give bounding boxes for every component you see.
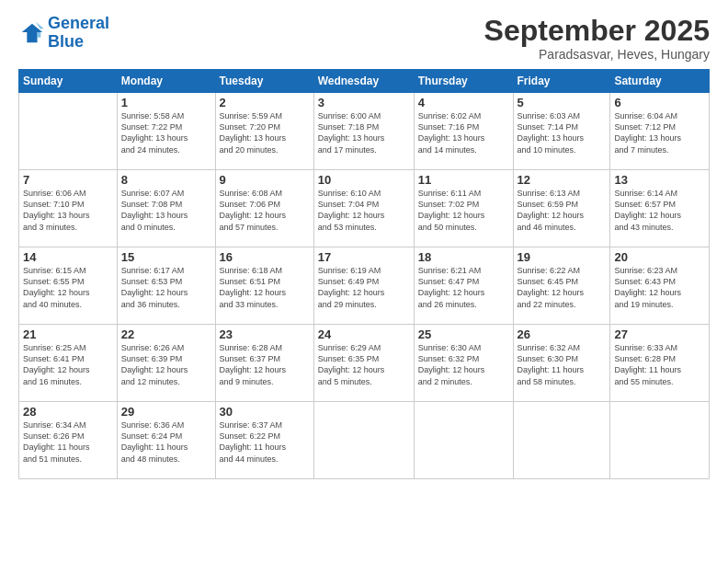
calendar-cell: 30Sunrise: 6:37 AM Sunset: 6:22 PM Dayli… bbox=[215, 402, 313, 479]
calendar-cell: 11Sunrise: 6:11 AM Sunset: 7:02 PM Dayli… bbox=[414, 170, 513, 247]
day-number: 30 bbox=[220, 405, 310, 419]
day-number: 23 bbox=[220, 327, 310, 341]
calendar-cell: 2Sunrise: 5:59 AM Sunset: 7:20 PM Daylig… bbox=[215, 93, 313, 170]
calendar-cell: 14Sunrise: 6:15 AM Sunset: 6:55 PM Dayli… bbox=[19, 247, 118, 325]
calendar-cell: 6Sunrise: 6:04 AM Sunset: 7:12 PM Daylig… bbox=[610, 93, 710, 170]
day-number: 3 bbox=[318, 96, 410, 109]
calendar-cell: 26Sunrise: 6:32 AM Sunset: 6:30 PM Dayli… bbox=[513, 325, 610, 402]
day-info: Sunrise: 6:04 AM Sunset: 7:12 PM Dayligh… bbox=[614, 110, 705, 155]
day-info: Sunrise: 6:06 AM Sunset: 7:10 PM Dayligh… bbox=[23, 188, 113, 233]
day-number: 4 bbox=[418, 96, 509, 109]
day-info: Sunrise: 6:17 AM Sunset: 6:53 PM Dayligh… bbox=[121, 265, 211, 310]
day-number: 26 bbox=[518, 327, 607, 341]
calendar-cell: 13Sunrise: 6:14 AM Sunset: 6:57 PM Dayli… bbox=[610, 170, 710, 247]
day-number: 20 bbox=[614, 250, 705, 264]
calendar-cell: 20Sunrise: 6:23 AM Sunset: 6:43 PM Dayli… bbox=[610, 247, 710, 325]
day-number: 29 bbox=[121, 405, 211, 419]
day-info: Sunrise: 6:02 AM Sunset: 7:16 PM Dayligh… bbox=[418, 110, 509, 155]
day-info: Sunrise: 6:22 AM Sunset: 6:45 PM Dayligh… bbox=[518, 265, 607, 310]
day-info: Sunrise: 5:59 AM Sunset: 7:20 PM Dayligh… bbox=[220, 110, 310, 155]
calendar-header-friday: Friday bbox=[513, 70, 610, 93]
day-number: 10 bbox=[318, 173, 410, 187]
day-info: Sunrise: 6:19 AM Sunset: 6:49 PM Dayligh… bbox=[318, 265, 410, 310]
day-number: 5 bbox=[518, 96, 607, 109]
day-number: 27 bbox=[614, 327, 705, 341]
day-number: 18 bbox=[418, 250, 509, 264]
month-title: September 2025 bbox=[484, 15, 710, 47]
day-number: 14 bbox=[23, 250, 113, 264]
day-info: Sunrise: 6:08 AM Sunset: 7:06 PM Dayligh… bbox=[220, 188, 310, 233]
day-info: Sunrise: 6:14 AM Sunset: 6:57 PM Dayligh… bbox=[614, 188, 705, 233]
calendar-header-saturday: Saturday bbox=[610, 70, 710, 93]
day-number: 16 bbox=[220, 250, 310, 264]
day-number: 25 bbox=[418, 327, 509, 341]
day-info: Sunrise: 6:37 AM Sunset: 6:22 PM Dayligh… bbox=[220, 419, 310, 465]
day-info: Sunrise: 6:15 AM Sunset: 6:55 PM Dayligh… bbox=[23, 265, 113, 310]
day-info: Sunrise: 6:00 AM Sunset: 7:18 PM Dayligh… bbox=[318, 110, 410, 155]
calendar-cell: 16Sunrise: 6:18 AM Sunset: 6:51 PM Dayli… bbox=[215, 247, 313, 325]
calendar-cell: 7Sunrise: 6:06 AM Sunset: 7:10 PM Daylig… bbox=[19, 170, 118, 247]
logo-line2: Blue bbox=[48, 32, 84, 51]
day-number: 7 bbox=[23, 173, 113, 187]
day-number: 1 bbox=[121, 96, 211, 109]
day-number: 6 bbox=[614, 96, 705, 109]
calendar-header-thursday: Thursday bbox=[414, 70, 513, 93]
calendar-cell: 22Sunrise: 6:26 AM Sunset: 6:39 PM Dayli… bbox=[117, 325, 215, 402]
calendar-header-row: SundayMondayTuesdayWednesdayThursdayFrid… bbox=[19, 70, 710, 93]
day-number: 8 bbox=[121, 173, 211, 187]
day-number: 19 bbox=[518, 250, 607, 264]
day-info: Sunrise: 6:28 AM Sunset: 6:37 PM Dayligh… bbox=[220, 342, 310, 387]
day-number: 24 bbox=[318, 327, 410, 341]
header: General Blue September 2025 Paradsasvar,… bbox=[18, 15, 710, 62]
day-info: Sunrise: 6:33 AM Sunset: 6:28 PM Dayligh… bbox=[614, 342, 705, 387]
day-number: 15 bbox=[121, 250, 211, 264]
day-info: Sunrise: 6:32 AM Sunset: 6:30 PM Dayligh… bbox=[518, 342, 607, 387]
day-number: 11 bbox=[418, 173, 509, 187]
day-number: 2 bbox=[220, 96, 310, 109]
day-number: 9 bbox=[220, 173, 310, 187]
day-info: Sunrise: 6:25 AM Sunset: 6:41 PM Dayligh… bbox=[23, 342, 113, 387]
calendar-cell: 9Sunrise: 6:08 AM Sunset: 7:06 PM Daylig… bbox=[215, 170, 313, 247]
calendar-cell bbox=[610, 402, 710, 479]
calendar-cell: 28Sunrise: 6:34 AM Sunset: 6:26 PM Dayli… bbox=[19, 402, 118, 479]
calendar-cell: 5Sunrise: 6:03 AM Sunset: 7:14 PM Daylig… bbox=[513, 93, 610, 170]
calendar-week-1: 1Sunrise: 5:58 AM Sunset: 7:22 PM Daylig… bbox=[19, 93, 710, 170]
day-info: Sunrise: 6:13 AM Sunset: 6:59 PM Dayligh… bbox=[518, 188, 607, 233]
logo: General Blue bbox=[18, 15, 109, 52]
calendar-header-wednesday: Wednesday bbox=[313, 70, 414, 93]
day-number: 12 bbox=[518, 173, 607, 187]
calendar-cell: 18Sunrise: 6:21 AM Sunset: 6:47 PM Dayli… bbox=[414, 247, 513, 325]
day-info: Sunrise: 6:11 AM Sunset: 7:02 PM Dayligh… bbox=[418, 188, 509, 233]
calendar-header-monday: Monday bbox=[117, 70, 215, 93]
day-info: Sunrise: 6:10 AM Sunset: 7:04 PM Dayligh… bbox=[318, 188, 410, 233]
page: General Blue September 2025 Paradsasvar,… bbox=[0, 0, 728, 563]
calendar-cell: 1Sunrise: 5:58 AM Sunset: 7:22 PM Daylig… bbox=[117, 93, 215, 170]
logo-text: General Blue bbox=[48, 15, 109, 52]
calendar-cell: 12Sunrise: 6:13 AM Sunset: 6:59 PM Dayli… bbox=[513, 170, 610, 247]
day-info: Sunrise: 6:30 AM Sunset: 6:32 PM Dayligh… bbox=[418, 342, 509, 387]
day-info: Sunrise: 6:03 AM Sunset: 7:14 PM Dayligh… bbox=[518, 110, 607, 155]
title-block: September 2025 Paradsasvar, Heves, Hunga… bbox=[484, 15, 710, 62]
calendar-cell: 21Sunrise: 6:25 AM Sunset: 6:41 PM Dayli… bbox=[19, 325, 118, 402]
day-number: 21 bbox=[23, 327, 113, 341]
logo-line1: General bbox=[48, 14, 109, 32]
calendar-header-sunday: Sunday bbox=[19, 70, 118, 93]
calendar-cell: 29Sunrise: 6:36 AM Sunset: 6:24 PM Dayli… bbox=[117, 402, 215, 479]
calendar-cell bbox=[414, 402, 513, 479]
calendar-cell bbox=[19, 93, 118, 170]
calendar-cell: 25Sunrise: 6:30 AM Sunset: 6:32 PM Dayli… bbox=[414, 325, 513, 402]
day-number: 13 bbox=[614, 173, 705, 187]
day-info: Sunrise: 6:07 AM Sunset: 7:08 PM Dayligh… bbox=[121, 188, 211, 233]
calendar-week-3: 14Sunrise: 6:15 AM Sunset: 6:55 PM Dayli… bbox=[19, 247, 710, 325]
day-info: Sunrise: 6:29 AM Sunset: 6:35 PM Dayligh… bbox=[318, 342, 410, 387]
day-info: Sunrise: 6:34 AM Sunset: 6:26 PM Dayligh… bbox=[23, 419, 113, 465]
calendar-week-4: 21Sunrise: 6:25 AM Sunset: 6:41 PM Dayli… bbox=[19, 325, 710, 402]
calendar-week-2: 7Sunrise: 6:06 AM Sunset: 7:10 PM Daylig… bbox=[19, 170, 710, 247]
day-number: 17 bbox=[318, 250, 410, 264]
calendar-cell: 4Sunrise: 6:02 AM Sunset: 7:16 PM Daylig… bbox=[414, 93, 513, 170]
day-info: Sunrise: 6:26 AM Sunset: 6:39 PM Dayligh… bbox=[121, 342, 211, 387]
day-info: Sunrise: 5:58 AM Sunset: 7:22 PM Dayligh… bbox=[121, 110, 211, 155]
subtitle: Paradsasvar, Heves, Hungary bbox=[484, 47, 710, 62]
calendar-header-tuesday: Tuesday bbox=[215, 70, 313, 93]
logo-icon bbox=[18, 20, 44, 46]
